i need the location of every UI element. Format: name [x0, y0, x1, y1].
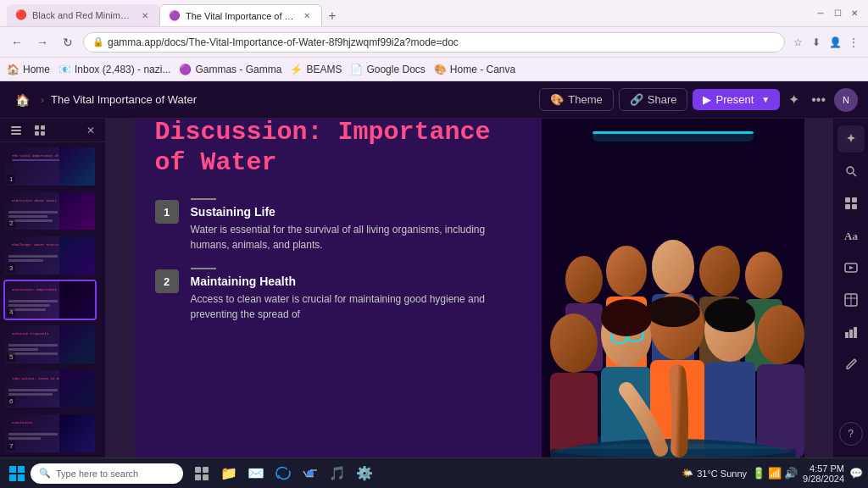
slide-thumb-2[interactable]: Statistics about Water 2: [3, 191, 97, 232]
settings-icon[interactable]: ⚙️: [353, 462, 376, 485]
svg-rect-44: [852, 197, 857, 202]
svg-rect-6: [41, 131, 45, 136]
svg-rect-60: [203, 467, 209, 473]
notification-button[interactable]: 💬: [849, 467, 863, 480]
edge-icon[interactable]: [271, 462, 295, 485]
slides-list: The Vital Importance of Water 1 Statisti…: [0, 142, 105, 458]
bookmark-home[interactable]: 🏠 Home: [7, 64, 50, 75]
download-icon[interactable]: ⬇: [809, 35, 824, 50]
mail-icon[interactable]: ✉️: [244, 462, 268, 485]
item-desc-1: Water is essential for the survival of a…: [191, 222, 521, 252]
toolbar-actions: 🎨 Theme 🔗 Share ▶ Present ▼ ✦ ••• N: [539, 88, 858, 112]
taskbar-datetime[interactable]: 4:57 PM 9/28/2024: [803, 463, 844, 484]
slide-thumb-3[interactable]: Challenge: Water Scarcity 3: [3, 235, 97, 276]
typography-button[interactable]: Aa: [837, 222, 865, 249]
ai-star-button[interactable]: ✦: [785, 88, 803, 111]
svg-rect-54: [854, 327, 857, 338]
refresh-button[interactable]: ↻: [58, 32, 78, 53]
browser-frame: 🔴 Black and Red Minimalist AI W... ✕ 🟣 T…: [0, 0, 868, 488]
chrome-icon[interactable]: [298, 462, 322, 485]
slide-thumb-7[interactable]: Conclusion 7: [3, 413, 97, 454]
grid-view-button[interactable]: [31, 121, 49, 140]
table-button[interactable]: [837, 286, 865, 313]
gamma-bookmark-label: Gammas - Gamma: [195, 64, 281, 75]
chart-button[interactable]: [837, 319, 865, 346]
bookmark-beams[interactable]: ⚡ BEAMS: [290, 64, 342, 75]
slide-thumb-5[interactable]: Solution Proposals 5: [3, 324, 97, 365]
list-view-button[interactable]: [7, 121, 25, 140]
search-placeholder: Type here to search: [56, 469, 138, 479]
layout-button[interactable]: [837, 190, 865, 217]
item-title-2: Maintaining Health: [191, 274, 521, 288]
slide-thumb-4[interactable]: Discussion: Importance 4: [3, 280, 97, 321]
weather-text: 31°C Sunny: [697, 469, 747, 479]
item-desc-2: Access to clean water is crucial for mai…: [191, 291, 521, 322]
bookmark-gamma[interactable]: 🟣 Gammas - Gamma: [179, 64, 281, 75]
url-text: gamma.app/docs/The-Vital-Importance-of-W…: [108, 36, 459, 48]
close-button[interactable]: ✕: [848, 7, 861, 20]
svg-rect-56: [18, 466, 25, 473]
svg-text:Aa: Aa: [844, 230, 858, 241]
slide-num-7: 7: [7, 441, 15, 451]
svg-point-39: [601, 299, 652, 336]
title-bar: 🔴 Black and Red Minimalist AI W... ✕ 🟣 T…: [0, 0, 868, 27]
minimize-button[interactable]: ─: [814, 7, 827, 20]
forward-button[interactable]: →: [32, 32, 53, 53]
svg-point-18: [699, 246, 740, 297]
breadcrumb-title: The Vital Importance of Water: [51, 93, 532, 106]
toolbar-home-button[interactable]: 🏠: [10, 88, 34, 112]
tab-inactive[interactable]: 🔴 Black and Red Minimalist AI W... ✕: [7, 4, 159, 26]
bookmark-star-icon[interactable]: ☆: [790, 35, 805, 50]
draw-button[interactable]: [837, 351, 865, 378]
profile-icon[interactable]: 👤: [827, 35, 843, 50]
start-button[interactable]: [5, 462, 29, 485]
present-chevron: ▼: [761, 95, 770, 104]
theme-icon: 🎨: [550, 93, 564, 106]
present-button[interactable]: ▶ Present ▼: [693, 89, 780, 110]
slide-thumb-6[interactable]: Take Action: Steps to Help 6: [3, 369, 97, 410]
bookmark-canva[interactable]: 🎨 Home - Canva: [434, 64, 515, 75]
menu-icon[interactable]: ⋮: [846, 35, 861, 50]
new-tab-button[interactable]: +: [322, 6, 342, 26]
docs-bookmark-icon: 📄: [350, 64, 363, 75]
sidebar-close-button[interactable]: ✕: [83, 123, 98, 138]
tab-active[interactable]: 🟣 The Vital Importance of Water | ✕: [159, 4, 322, 26]
taskbar-search[interactable]: 🔍 Type here to search: [31, 463, 183, 484]
svg-rect-52: [845, 332, 849, 338]
beams-bookmark-label: BEAMS: [306, 64, 342, 75]
slide-right-panel: [542, 119, 804, 458]
tab-close-1[interactable]: ✕: [139, 9, 151, 21]
svg-rect-34: [757, 364, 804, 458]
theme-button[interactable]: 🎨 Theme: [539, 88, 613, 111]
image-search-button[interactable]: [837, 158, 865, 185]
taskbar: 🔍 Type here to search 📁 ✉️ 🎵 ⚙️ 🌤️ 31°C …: [0, 458, 868, 488]
app-toolbar: 🏠 › The Vital Importance of Water 🎨 Them…: [0, 81, 868, 119]
bookmark-inbox[interactable]: 📧 Inbox (2,483) - nazi...: [58, 64, 170, 75]
more-options-button[interactable]: •••: [808, 89, 829, 111]
share-button[interactable]: 🔗 Share: [619, 88, 688, 111]
theme-label: Theme: [568, 93, 602, 106]
svg-rect-0: [11, 126, 21, 128]
wifi-icon: 📶: [768, 467, 782, 480]
maximize-button[interactable]: ☐: [831, 7, 844, 20]
app-content: 🏠 › The Vital Importance of Water 🎨 Them…: [0, 81, 868, 458]
svg-rect-43: [845, 197, 850, 202]
bookmark-docs[interactable]: 📄 Google Docs: [350, 64, 425, 75]
ai-panel-button[interactable]: [837, 125, 865, 152]
taskview-button[interactable]: [190, 462, 214, 485]
help-button[interactable]: ?: [839, 422, 863, 446]
battery-icon: 🔋: [752, 467, 765, 480]
back-button[interactable]: ←: [7, 32, 27, 53]
media-button[interactable]: [837, 254, 865, 281]
tab-close-2[interactable]: ✕: [301, 10, 313, 22]
user-avatar[interactable]: N: [834, 88, 858, 112]
url-bar[interactable]: 🔒 gamma.app/docs/The-Vital-Importance-of…: [83, 32, 785, 53]
slide-item-1: 1 Sustaining Life Water is essential for…: [155, 198, 521, 252]
slide-thumb-1[interactable]: The Vital Importance of Water 1: [3, 146, 97, 187]
slide-item-2: 2 Maintaining Health Access to clean wat…: [155, 268, 521, 322]
svg-rect-62: [203, 474, 209, 480]
music-icon[interactable]: 🎵: [326, 462, 349, 485]
file-explorer-icon[interactable]: 📁: [217, 462, 241, 485]
svg-point-33: [757, 305, 804, 364]
system-tray: 🌤️ 31°C Sunny: [682, 468, 747, 479]
